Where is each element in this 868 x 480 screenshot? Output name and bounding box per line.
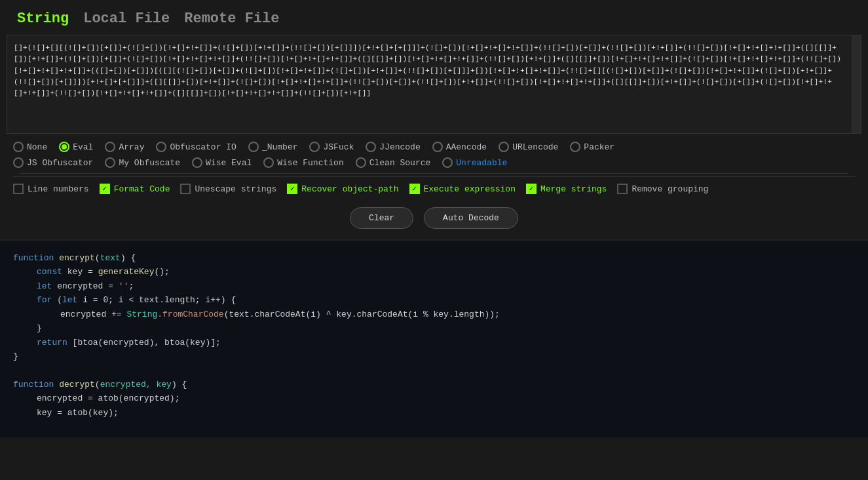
radio-wise-function[interactable]: Wise Function: [263, 157, 343, 168]
radio-circle-wise-function: [263, 157, 274, 168]
radio-row-2: JS Obfuscator My Obfuscate Wise Eval Wis…: [13, 157, 855, 168]
code-line-0: function encrypt(text) {: [13, 251, 855, 265]
checkbox-box-unescape-strings: [180, 184, 191, 194]
radio-number[interactable]: _Number: [248, 142, 298, 152]
divider-options: [20, 173, 848, 174]
checkbox-box-execute-expression: [409, 184, 420, 194]
radio-jsfuck[interactable]: JSFuck: [309, 142, 354, 152]
radio-circle-jjencode: [366, 142, 376, 152]
radio-label-aaencode: AAencode: [446, 142, 487, 152]
code-line-10: encrypted = atob(encrypted);: [13, 391, 855, 405]
radio-label-obfuscator-io: Obfuscator IO: [170, 142, 236, 152]
radio-label-my-obfuscate: My Obfuscate: [119, 158, 180, 168]
checkbox-merge-strings[interactable]: Merge strings: [526, 184, 607, 194]
radio-wise-eval[interactable]: Wise Eval: [192, 157, 252, 168]
code-line-8: [13, 364, 855, 378]
tab-local-file[interactable]: Local File: [79, 9, 174, 28]
checkbox-box-format-code: [100, 184, 110, 194]
checkbox-label-merge-strings: Merge strings: [540, 184, 607, 194]
code-line-11: key = atob(key);: [13, 406, 855, 420]
input-section: [7, 35, 861, 134]
radio-urlencode[interactable]: URLencode: [499, 142, 558, 152]
tab-remote-file[interactable]: Remote File: [180, 9, 283, 28]
radio-label-urlencode: URLencode: [512, 142, 558, 152]
radio-label-array: Array: [119, 142, 144, 152]
checkbox-unescape-strings[interactable]: Unescape strings: [180, 184, 276, 194]
radio-array[interactable]: Array: [105, 142, 144, 152]
checkbox-label-unescape-strings: Unescape strings: [195, 184, 276, 194]
input-textarea[interactable]: [7, 35, 861, 130]
code-line-7: }: [13, 350, 855, 363]
radio-row-1: None Eval Array Obfuscator IO _Number JS…: [13, 142, 855, 152]
code-line-1: const key = generateKey();: [13, 265, 855, 279]
radio-label-packer: Packer: [584, 142, 614, 152]
code-line-4: encrypted += String.fromCharCode(text.ch…: [13, 308, 855, 321]
radio-label-unreadable: Unreadable: [456, 158, 507, 168]
radio-circle-jsfuck: [309, 142, 320, 152]
scrollbar[interactable]: [852, 35, 861, 133]
radio-jjencode[interactable]: JJencode: [366, 142, 420, 152]
radio-my-obfuscate[interactable]: My Obfuscate: [105, 157, 180, 168]
radio-circle-eval: [59, 142, 69, 152]
radio-aaencode[interactable]: AAencode: [432, 142, 487, 152]
checkbox-execute-expression[interactable]: Execute expression: [409, 184, 516, 194]
tab-string[interactable]: String: [13, 9, 73, 28]
checkbox-label-recover-object-path: Recover object-path: [301, 184, 398, 194]
code-line-3: for (let i = 0; i < text.length; i++) {: [13, 293, 855, 307]
checkbox-remove-grouping[interactable]: Remove grouping: [617, 184, 708, 194]
checkbox-box-line-numbers: [13, 184, 24, 194]
radio-js-obfuscator[interactable]: JS Obfuscator: [13, 157, 93, 168]
radio-label-jjencode: JJencode: [379, 142, 420, 152]
options-section: None Eval Array Obfuscator IO _Number JS…: [0, 134, 868, 239]
radio-none[interactable]: None: [13, 142, 47, 152]
radio-circle-js-obfuscator: [13, 157, 24, 168]
buttons-row: Clear Auto Decode: [13, 198, 855, 235]
radio-circle-packer: [570, 142, 580, 152]
radio-label-jsfuck: JSFuck: [323, 142, 354, 152]
radio-circle-wise-eval: [192, 157, 202, 168]
checkbox-box-merge-strings: [526, 184, 537, 194]
radio-eval[interactable]: Eval: [59, 142, 93, 152]
radio-obfuscator-io[interactable]: Obfuscator IO: [156, 142, 236, 152]
radio-label-wise-function: Wise Function: [277, 158, 343, 168]
radio-circle-array: [105, 142, 115, 152]
radio-unreadable[interactable]: Unreadable: [442, 157, 507, 168]
radio-label-wise-eval: Wise Eval: [206, 158, 252, 168]
radio-label-js-obfuscator: JS Obfuscator: [27, 158, 93, 168]
radio-clean-source[interactable]: Clean Source: [356, 157, 431, 168]
radio-circle-urlencode: [499, 142, 509, 152]
checkbox-row: Line numbers Format Code Unescape string…: [13, 176, 855, 198]
checkbox-line-numbers[interactable]: Line numbers: [13, 184, 89, 194]
radio-circle-none: [13, 142, 24, 152]
radio-label-none: None: [27, 142, 47, 152]
radio-label-number: _Number: [262, 142, 298, 152]
code-line-5: }: [13, 321, 855, 335]
checkbox-recover-object-path[interactable]: Recover object-path: [287, 184, 398, 194]
code-line-6: return [btoa(encrypted), btoa(key)];: [13, 336, 855, 350]
auto-decode-button[interactable]: Auto Decode: [424, 207, 518, 229]
radio-circle-obfuscator-io: [156, 142, 166, 152]
radio-circle-unreadable: [442, 157, 453, 168]
radio-circle-my-obfuscate: [105, 157, 115, 168]
radio-circle-number: [248, 142, 259, 152]
radio-circle-aaencode: [432, 142, 443, 152]
checkbox-box-recover-object-path: [287, 184, 297, 194]
radio-circle-clean-source: [356, 157, 366, 168]
checkbox-label-execute-expression: Execute expression: [424, 184, 516, 194]
code-line-2: let encrypted = '';: [13, 279, 855, 293]
code-line-9: function decrypt(encrypted, key) {: [13, 378, 855, 391]
checkbox-format-code[interactable]: Format Code: [100, 184, 170, 194]
radio-label-clean-source: Clean Source: [369, 158, 431, 168]
radio-label-eval: Eval: [73, 142, 93, 152]
radio-packer[interactable]: Packer: [570, 142, 614, 152]
clear-button[interactable]: Clear: [350, 207, 413, 229]
output-section: function encrypt(text) { const key = gen…: [0, 239, 868, 437]
checkbox-box-remove-grouping: [617, 184, 628, 194]
checkbox-label-line-numbers: Line numbers: [28, 184, 89, 194]
checkbox-label-format-code: Format Code: [114, 184, 170, 194]
checkbox-label-remove-grouping: Remove grouping: [632, 184, 708, 194]
header-tabs: String Local File Remote File: [0, 0, 868, 35]
